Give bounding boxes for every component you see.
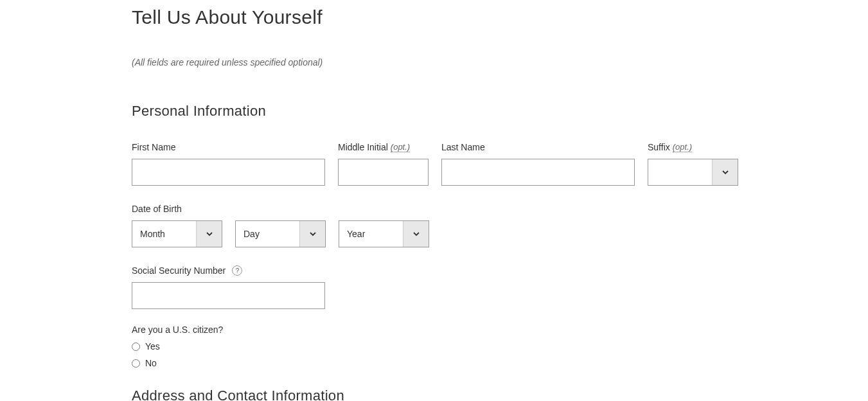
help-icon[interactable]: ? (232, 265, 242, 276)
dob-year-arrow[interactable] (403, 221, 429, 247)
dob-day-arrow[interactable] (299, 221, 325, 247)
citizen-yes-option[interactable]: Yes (132, 341, 868, 352)
last-name-label: Last Name (441, 142, 635, 152)
page-title: Tell Us About Yourself (132, 6, 868, 28)
middle-initial-field: Middle Initial (opt.) (338, 142, 429, 186)
citizen-yes-radio[interactable] (132, 343, 140, 351)
citizen-radio-group: Are you a U.S. citizen? Yes No (132, 325, 868, 368)
dob-day-select[interactable]: Day (235, 220, 326, 247)
suffix-label: Suffix (opt.) (648, 142, 738, 152)
suffix-select-value[interactable] (648, 159, 712, 185)
citizen-question: Are you a U.S. citizen? (132, 325, 868, 335)
dob-month-value[interactable]: Month (132, 221, 196, 247)
chevron-down-icon (206, 230, 213, 238)
citizen-no-option[interactable]: No (132, 358, 868, 368)
dob-row: Date of Birth Month Day Year (132, 204, 868, 247)
chevron-down-icon (309, 230, 317, 238)
middle-initial-label-text: Middle Initial (338, 142, 388, 152)
citizen-no-label: No (145, 358, 157, 368)
ssn-row: Social Security Number ? (132, 265, 868, 309)
suffix-label-text: Suffix (648, 142, 670, 152)
dob-year-select[interactable]: Year (339, 220, 429, 247)
dob-day-value[interactable]: Day (236, 221, 299, 247)
personal-info-heading: Personal Information (132, 103, 868, 120)
dob-month-arrow[interactable] (196, 221, 222, 247)
chevron-down-icon (412, 230, 420, 238)
first-name-field: First Name (132, 142, 325, 186)
suffix-field: Suffix (opt.) (648, 142, 738, 186)
ssn-label: Social Security Number ? (132, 265, 868, 276)
first-name-label: First Name (132, 142, 325, 152)
last-name-field: Last Name (441, 142, 635, 186)
ssn-label-text: Social Security Number (132, 265, 226, 276)
chevron-down-icon (722, 168, 729, 176)
citizen-no-radio[interactable] (132, 359, 140, 368)
middle-initial-input[interactable] (338, 159, 429, 186)
dob-year-value[interactable]: Year (339, 221, 403, 247)
name-row: First Name Middle Initial (opt.) Last Na… (132, 142, 868, 186)
citizen-yes-label: Yes (145, 341, 160, 352)
opt-marker: (opt.) (673, 142, 692, 152)
ssn-input[interactable] (132, 282, 325, 309)
suffix-select-arrow[interactable] (712, 159, 738, 185)
suffix-select[interactable] (648, 159, 738, 186)
dob-month-select[interactable]: Month (132, 220, 222, 247)
dob-label: Date of Birth (132, 204, 868, 214)
opt-marker: (opt.) (391, 142, 410, 152)
last-name-input[interactable] (441, 159, 635, 186)
first-name-input[interactable] (132, 159, 325, 186)
address-heading: Address and Contact Information (132, 388, 868, 401)
required-note: (All fields are required unless specifie… (132, 57, 868, 67)
middle-initial-label: Middle Initial (opt.) (338, 142, 429, 152)
